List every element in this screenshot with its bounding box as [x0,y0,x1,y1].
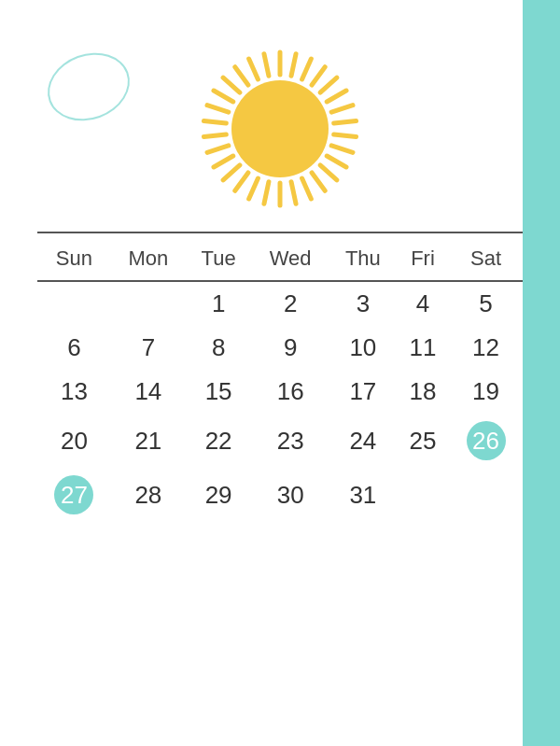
calendar-week-row: 2728293031 [37,468,523,522]
calendar-day: 22 [186,414,251,468]
calendar-top-divider [37,232,523,233]
calendar-day: 2 [251,281,329,326]
calendar-day: 5 [449,281,523,326]
calendar-week-row: 6789101112 [37,326,523,370]
calendar-week-row: 13141516171819 [37,370,523,414]
header-tue: Tue [186,241,251,281]
header-thu: Thu [329,241,397,281]
calendar-day: 17 [329,370,397,414]
svg-line-11 [320,165,337,180]
svg-line-24 [207,106,229,112]
svg-line-19 [223,165,240,180]
calendar-day: 3 [329,281,397,326]
calendar-day: 23 [251,414,329,468]
svg-point-30 [231,80,329,177]
svg-line-6 [331,106,353,112]
calendar-day: 15 [186,370,251,414]
calendar-day: 1 [186,281,251,326]
month-title [0,0,560,26]
calendar-page: Sun Mon Tue Wed Thu Fri Sat 123456789101… [0,0,560,746]
header-mon: Mon [111,241,186,281]
calendar-day: 18 [397,370,449,414]
sun-icon [196,45,364,213]
svg-line-16 [264,182,269,204]
calendar-week-row: 12345 [37,281,523,326]
svg-line-1 [291,54,296,76]
svg-line-22 [203,134,226,137]
toefl-stamp [38,42,140,133]
svg-line-23 [203,120,226,123]
svg-line-28 [249,59,259,79]
calendar-day: 14 [111,370,186,414]
svg-line-25 [214,91,233,102]
calendar-day: 25 [397,414,449,468]
calendar-day: 9 [251,326,329,370]
calendar-day: 4 [397,281,449,326]
decoration-area [37,35,523,222]
svg-line-29 [264,54,269,76]
calendar-day: 28 [111,468,186,522]
svg-line-17 [249,178,259,199]
calendar-day: 13 [37,370,111,414]
header-wed: Wed [251,241,329,281]
calendar-day [111,281,186,326]
header-fri: Fri [397,241,449,281]
calendar-day: 24 [329,414,397,468]
svg-line-8 [334,134,357,137]
calendar-day: 6 [37,326,111,370]
svg-line-14 [291,182,296,204]
svg-line-2 [302,59,312,79]
svg-line-12 [312,173,325,190]
calendar-day: 19 [449,370,523,414]
calendar-day: 20 [37,414,111,468]
svg-line-27 [235,67,248,85]
calendar-week-row: 20212223242526 [37,414,523,468]
calendar-day: 26 [449,414,523,468]
calendar-day: 7 [111,326,186,370]
weekday-header-row: Sun Mon Tue Wed Thu Fri Sat [37,241,523,281]
calendar-day: 29 [186,468,251,522]
sidebar-decoration [523,0,560,746]
calendar-day: 31 [329,468,397,522]
svg-line-26 [223,77,240,92]
calendar-day [449,468,523,522]
svg-line-3 [312,67,325,85]
calendar-day: 16 [251,370,329,414]
svg-line-9 [331,146,353,152]
header-sat: Sat [449,241,523,281]
svg-line-20 [214,156,233,167]
sun-rays-svg [196,45,364,213]
calendar-day: 10 [329,326,397,370]
calendar-day: 12 [449,326,523,370]
calendar-day: 21 [111,414,186,468]
svg-line-7 [334,120,357,123]
header-sun: Sun [37,241,111,281]
svg-line-13 [302,178,312,199]
svg-line-18 [235,173,248,190]
svg-line-10 [327,156,346,167]
calendar-day: 30 [251,468,329,522]
svg-line-5 [327,91,346,102]
calendar-day [397,468,449,522]
calendar-day: 11 [397,326,449,370]
calendar-day [37,281,111,326]
calendar-day: 8 [186,326,251,370]
calendar-table: Sun Mon Tue Wed Thu Fri Sat 123456789101… [37,241,523,522]
calendar-section: Sun Mon Tue Wed Thu Fri Sat 123456789101… [28,232,532,522]
calendar-day: 27 [37,468,111,522]
svg-line-21 [207,146,229,152]
svg-line-4 [320,77,337,92]
